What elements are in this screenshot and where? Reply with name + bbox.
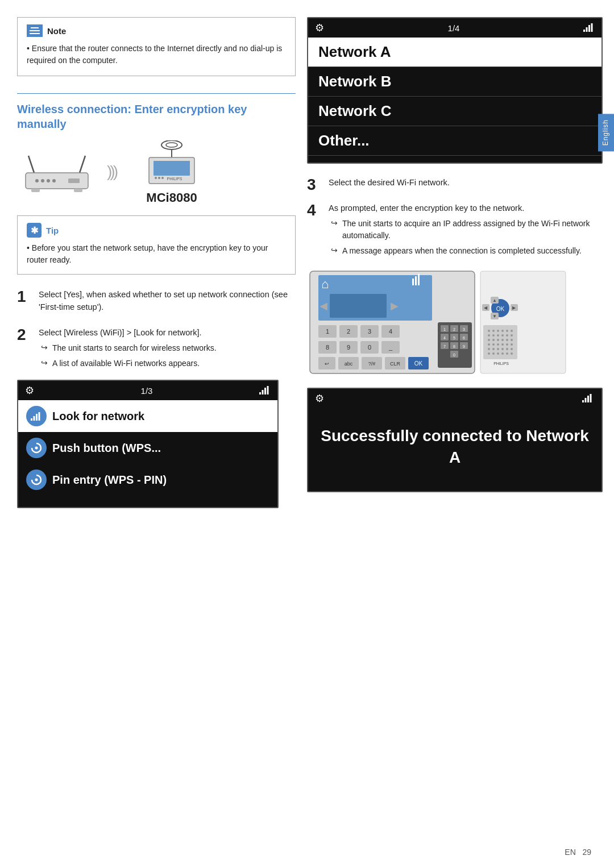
svg-point-103 — [492, 330, 495, 332]
menu-item-wps-push[interactable]: Push button (WPS... — [18, 432, 277, 464]
success-text: Successfully connected to Network A — [308, 408, 601, 491]
model-label: MCi8080 — [143, 190, 200, 205]
svg-point-135 — [501, 352, 504, 355]
svg-point-6 — [52, 179, 56, 182]
svg-text:8: 8 — [326, 344, 329, 351]
svg-text:6: 6 — [463, 336, 465, 340]
section-title: Wireless connection: Enter encryption ke… — [17, 93, 296, 131]
svg-point-110 — [497, 334, 499, 337]
svg-text:↩: ↩ — [325, 361, 329, 367]
svg-text:2: 2 — [453, 327, 455, 331]
step-1-num: 1 — [17, 288, 31, 316]
svg-text:0: 0 — [453, 353, 455, 357]
svg-point-137 — [511, 352, 513, 355]
step-1-content: Select [Yes], when asked whether to set … — [39, 288, 296, 316]
svg-point-105 — [501, 330, 504, 332]
svg-text:?/#: ?/# — [368, 361, 376, 367]
tip-header: ✱ Tip — [27, 223, 286, 238]
screen-13-signal — [259, 385, 271, 396]
svg-point-134 — [497, 352, 499, 355]
menu-item-wps-pin[interactable]: Pin entry (WPS - PIN) — [18, 464, 277, 496]
gear-icon-2: ⚙ — [315, 22, 324, 34]
svg-text:4: 4 — [443, 336, 446, 340]
svg-rect-37 — [412, 279, 414, 285]
svg-text:PHILIPS: PHILIPS — [167, 177, 182, 181]
svg-rect-30 — [583, 30, 585, 32]
svg-text:⌂: ⌂ — [321, 277, 329, 291]
svg-point-115 — [492, 339, 495, 341]
svg-text:2: 2 — [347, 328, 350, 335]
step-4-sub2: ↪ A message appears when the connection … — [331, 245, 603, 257]
note-title: Note — [47, 26, 66, 36]
note-header: Note — [27, 24, 286, 37]
svg-point-102 — [488, 330, 490, 332]
svg-rect-32 — [588, 25, 590, 32]
svg-point-128 — [497, 348, 499, 350]
step-2-content: Select [Wireless (WiFi)] > [Look for net… — [39, 326, 296, 369]
svg-point-119 — [511, 339, 513, 341]
note-box: Note • Ensure that the router connects t… — [17, 17, 296, 76]
svg-point-129 — [501, 348, 504, 350]
svg-text:OK: OK — [414, 360, 423, 367]
screen-14-signal — [583, 23, 595, 34]
step-4: 4 As prompted, enter the encryption key … — [307, 202, 603, 257]
svg-point-109 — [492, 334, 495, 337]
svg-point-106 — [506, 330, 508, 332]
svg-rect-15 — [154, 161, 190, 176]
step-3-text: Select the desired Wi-Fi network. — [329, 176, 603, 189]
remote-keyboard-illustration: ⌂ ◀ ▶ 1 2 3 4 — [307, 268, 569, 376]
step-2-sub2: ↪ A list of available Wi-Fi networks app… — [41, 358, 296, 369]
arrow-icon-2: ↪ — [41, 358, 48, 369]
note-bullet: • — [27, 44, 32, 53]
svg-rect-7 — [68, 178, 80, 183]
arrow-icon-4: ↪ — [331, 246, 338, 257]
svg-text:))): ))) — [107, 163, 118, 180]
step-3-num: 3 — [307, 176, 321, 194]
network-c-item[interactable]: Network C — [308, 97, 601, 126]
device-illustration: ))) PHI — [17, 140, 296, 205]
svg-rect-22 — [264, 388, 266, 394]
svg-text:3: 3 — [368, 328, 371, 335]
svg-rect-141 — [587, 396, 589, 402]
svg-point-114 — [488, 339, 490, 341]
svg-point-123 — [501, 343, 504, 346]
svg-text:◀: ◀ — [484, 305, 488, 310]
right-steps: 3 Select the desired Wi-Fi network. 4 As… — [307, 176, 603, 257]
svg-point-4 — [41, 179, 44, 182]
svg-text:9: 9 — [347, 344, 350, 351]
svg-text:5: 5 — [453, 336, 455, 340]
router-icon — [17, 150, 97, 196]
svg-rect-33 — [591, 23, 592, 32]
svg-point-3 — [35, 179, 39, 182]
svg-rect-38 — [415, 276, 417, 285]
svg-point-133 — [492, 352, 495, 355]
svg-line-0 — [28, 156, 34, 173]
svg-point-136 — [506, 352, 508, 355]
svg-point-124 — [506, 343, 508, 346]
network-a-item[interactable]: Network A — [308, 38, 601, 67]
svg-point-11 — [161, 140, 182, 149]
footer: EN 29 — [565, 848, 591, 857]
step-1: 1 Select [Yes], when asked whether to se… — [17, 288, 296, 316]
step-4-main: As prompted, enter the encryption key to… — [329, 202, 603, 214]
svg-rect-8 — [31, 189, 40, 192]
svg-rect-27 — [39, 412, 40, 421]
menu-item-wps-pin-label: Pin entry (WPS - PIN) — [52, 474, 167, 487]
wifi-waves-icon: ))) — [106, 157, 134, 189]
menu-item-look-for-network[interactable]: Look for network — [18, 400, 277, 432]
step-2-sub1: ↪ The unit starts to search for wireless… — [41, 342, 296, 354]
svg-point-122 — [497, 343, 499, 346]
svg-point-121 — [492, 343, 495, 346]
svg-rect-24 — [31, 418, 32, 421]
svg-text:4: 4 — [389, 328, 392, 335]
svg-text:abc: abc — [345, 361, 353, 367]
screen-1-4: ⚙ 1/4 Network A Network B Network C Othe… — [307, 17, 603, 164]
right-column: ⚙ 1/4 Network A Network B Network C Othe… — [307, 17, 603, 508]
svg-text:_: _ — [388, 344, 393, 351]
screen-13-topbar: ⚙ 1/3 — [18, 381, 277, 400]
svg-point-113 — [511, 334, 513, 337]
other-item[interactable]: Other... — [308, 126, 601, 156]
network-b-item[interactable]: Network B — [308, 67, 601, 97]
svg-rect-9 — [74, 189, 82, 192]
success-signal — [582, 393, 595, 404]
